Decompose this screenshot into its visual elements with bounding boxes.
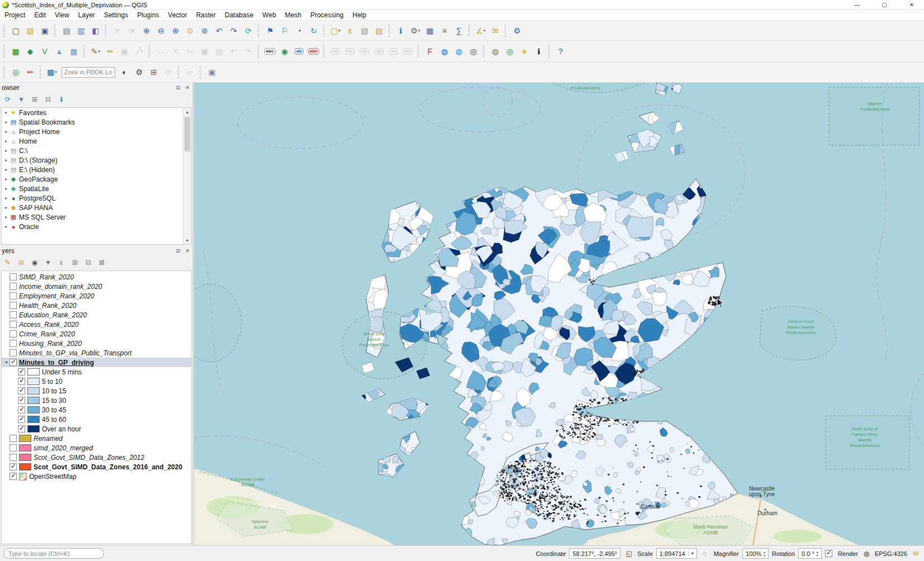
layer-visibility-checkbox[interactable] xyxy=(10,340,17,347)
expand-arrow-icon[interactable]: ▸ xyxy=(3,148,9,153)
delete-selected-icon[interactable]: ✕ ▾ xyxy=(168,44,183,59)
expand-arrow-icon[interactable]: ▸ xyxy=(3,158,9,163)
decoration-icon[interactable]: ▱ ▾ xyxy=(183,65,197,79)
scot-govt-simd-data-zones-2012-row[interactable]: Scot_Govt_SIMD_Data_Zones_2012 xyxy=(2,453,191,462)
cut-features-icon[interactable]: ✄ ▾ xyxy=(183,44,197,59)
menu-plugins[interactable]: Plugins xyxy=(132,10,163,21)
close-button[interactable]: ✕ xyxy=(899,0,924,10)
layer-visibility-checkbox[interactable] xyxy=(18,397,25,404)
style-manager-icon[interactable]: ◧ ▾ xyxy=(88,23,103,38)
layer-visibility-checkbox[interactable] xyxy=(10,473,17,480)
menu-raster[interactable]: Raster xyxy=(192,10,220,21)
layer-visibility-checkbox[interactable] xyxy=(10,454,17,461)
browser-item-home[interactable]: ▸ ⌂ Home xyxy=(2,136,191,146)
openstreetmap-row[interactable]: OpenStreetMap xyxy=(2,472,191,481)
minimize-button[interactable]: — xyxy=(845,0,869,10)
new-geopackage-layer-icon[interactable]: ◆ ▾ xyxy=(23,44,37,59)
collapse-all-icon[interactable]: ⊟ xyxy=(82,256,94,269)
layer-visibility-checkbox[interactable] xyxy=(10,349,17,356)
metasearch-icon[interactable]: ◍ ▾ xyxy=(437,44,452,59)
legend-10-to-15-row[interactable]: 10 to 15 xyxy=(2,386,191,396)
map-tips-icon[interactable]: ✉ ▾ xyxy=(488,23,503,38)
browser-item-drive-c[interactable]: ▸ ▤ C:\ xyxy=(2,146,191,155)
deselect-features-icon[interactable]: ▧ ▾ xyxy=(357,23,372,38)
layer-visibility-checkbox[interactable] xyxy=(10,283,17,290)
close-panel-icon[interactable]: ✕ xyxy=(184,84,191,92)
combo-arrow-icon[interactable]: ▾ xyxy=(689,551,694,556)
expand-arrow-icon[interactable]: ▾ xyxy=(3,360,10,365)
new-mesh-layer-icon[interactable]: ▲ ▾ xyxy=(52,44,67,59)
copy-layout-icon[interactable]: ▣ ▾ xyxy=(205,65,219,79)
layer-visibility-checkbox[interactable] xyxy=(10,321,17,328)
browser-item-drive-d[interactable]: ▸ ▤ D:\ (Storage) xyxy=(2,155,191,165)
locate-input[interactable] xyxy=(3,548,104,559)
menu-settings[interactable]: Settings xyxy=(99,10,132,21)
browser-item-spatial-bookmarks[interactable]: ▸ ▤ Spatial Bookmarks xyxy=(2,117,191,127)
layer-visibility-checkbox[interactable] xyxy=(18,425,25,432)
browser-collapse-icon[interactable]: ⊟ xyxy=(42,93,54,106)
temporal-controller-icon[interactable]: ◔ ▾ xyxy=(292,23,306,38)
zoom-to-selection-icon[interactable]: ⊙ ▾ xyxy=(183,23,197,38)
redo-icon[interactable]: ↷ ▾ xyxy=(241,44,255,59)
browser-item-drive-e[interactable]: ▸ ▤ E:\ (Hidden) xyxy=(2,165,191,174)
new-vector-layer-icon[interactable]: V ▾ xyxy=(37,44,52,59)
georeferencer-icon[interactable]: ▩ ▾ xyxy=(67,44,81,59)
map-canvas[interactable]: Protected AreaMarineProtected AreaSmall … xyxy=(194,83,924,545)
legend-30-to-45-row[interactable]: 30 to 45 xyxy=(2,405,191,415)
manage-themes-icon[interactable]: ◉ xyxy=(29,256,41,269)
simd-rank-2020-row[interactable]: SIMD_Rank_2020 xyxy=(2,272,191,282)
highlight-labels-icon[interactable]: ab ▾ xyxy=(328,44,343,59)
legend-15-to-30-row[interactable]: 15 to 30 xyxy=(2,396,191,405)
layer-visibility-checkbox[interactable] xyxy=(10,359,17,366)
open-project-icon[interactable]: ▨ ▾ xyxy=(23,23,37,38)
pdok-search-input[interactable] xyxy=(61,67,115,78)
label-properties-icon[interactable]: ab ▾ xyxy=(401,44,415,59)
zoom-full-icon[interactable]: ⊛ ▾ xyxy=(168,23,183,38)
curved-label-icon[interactable]: ab ▾ xyxy=(386,44,401,59)
scale-lock-icon[interactable]: ◌ xyxy=(700,550,710,558)
layer-visibility-checkbox[interactable] xyxy=(18,387,25,394)
browser-item-project-home[interactable]: ▸ ⌂ Project Home xyxy=(2,127,191,136)
expand-arrow-icon[interactable]: ▸ xyxy=(3,110,9,115)
coordinate-field[interactable]: 58.217°, -2.495° xyxy=(569,548,620,559)
layer-visibility-checkbox[interactable] xyxy=(18,378,25,385)
expand-arrow-icon[interactable]: ▸ xyxy=(3,120,9,125)
scot-govt-simd-data-zones-2016-and-2020-row[interactable]: Scot_Govt_SIMD_Data_Zones_2016_and_2020 xyxy=(2,462,191,472)
float-panel-icon[interactable]: ⊡ xyxy=(174,84,182,92)
menu-web[interactable]: Web xyxy=(258,10,280,21)
expand-arrow-icon[interactable]: ▸ xyxy=(3,129,9,134)
menu-database[interactable]: Database xyxy=(220,10,258,21)
crs-globe-icon[interactable]: ◍ xyxy=(861,550,871,558)
zoom-out-icon[interactable]: ⊖ ▾ xyxy=(154,23,168,38)
simd-2020-merged-row[interactable]: simd_2020_merged xyxy=(2,443,191,453)
new-print-layout-icon[interactable]: ▤ ▾ xyxy=(59,23,74,38)
quickmap-services-icon[interactable]: ★ ▾ xyxy=(517,44,532,59)
layer-visibility-checkbox[interactable] xyxy=(10,463,17,470)
undo-icon[interactable]: ↶ ▾ xyxy=(226,44,241,59)
osm-place-search-icon[interactable]: ◎ ▾ xyxy=(503,44,517,59)
housing-rank-2020-row[interactable]: Housing_Rank_2020 xyxy=(2,339,191,348)
map-refresh-icon[interactable]: ⟳ ▾ xyxy=(241,23,255,38)
layer-visibility-checkbox[interactable] xyxy=(10,435,17,442)
layer-visibility-checkbox[interactable] xyxy=(18,416,25,423)
refresh-icon[interactable]: ↻ ▾ xyxy=(306,23,321,38)
field-calculator-icon[interactable]: ≡ ▾ xyxy=(437,23,452,38)
raster-calculator-icon[interactable]: F ▾ xyxy=(423,44,437,59)
search-layers-icon[interactable]: ◎ ▾ xyxy=(466,44,481,59)
crs-value[interactable]: EPSG:4326 xyxy=(875,550,907,557)
browser-properties-icon[interactable]: ℹ xyxy=(55,93,68,106)
expand-arrow-icon[interactable]: ▸ xyxy=(3,196,9,201)
close-panel-icon[interactable]: ✕ xyxy=(184,248,191,255)
magnifier-spinbox[interactable]: 100% ▴ ▾ xyxy=(742,548,769,559)
move-feature-icon[interactable]: ↔ ▾ xyxy=(154,44,168,59)
employment-rank-2020-row[interactable]: Employment_Rank_2020 xyxy=(2,291,191,301)
zoom-to-layer-icon[interactable]: ⊚ ▾ xyxy=(197,23,212,38)
spin-down-icon[interactable]: ▾ xyxy=(764,554,765,557)
layer-styling-icon[interactable]: ✎ xyxy=(2,256,14,269)
expand-arrow-icon[interactable]: ▸ xyxy=(3,186,9,191)
renamed-row[interactable]: Renamed xyxy=(2,434,191,443)
add-decoration-icon[interactable]: ⊞ ▾ xyxy=(146,65,161,79)
refresh-pdok-icon[interactable]: ⟳ ▾ xyxy=(161,65,176,79)
menu-help[interactable]: Help xyxy=(348,10,371,21)
menu-view[interactable]: View xyxy=(50,10,74,21)
